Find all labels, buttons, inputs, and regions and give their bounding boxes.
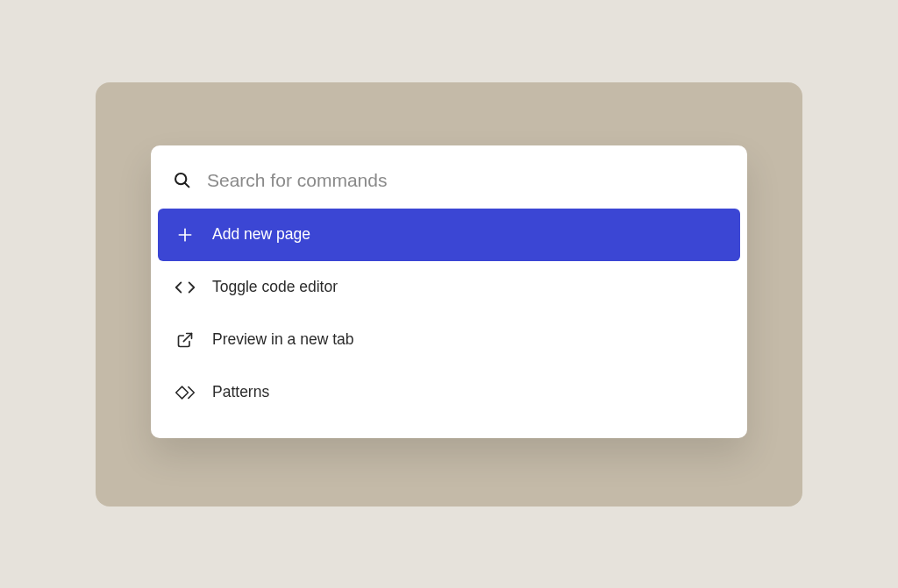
code-icon xyxy=(174,277,196,298)
svg-line-4 xyxy=(183,333,191,341)
command-preview-new-tab[interactable]: Preview in a new tab xyxy=(158,314,740,366)
command-label: Preview in a new tab xyxy=(212,332,353,348)
search-icon xyxy=(172,171,191,190)
command-palette: Add new page Toggle code editor xyxy=(151,145,747,438)
plus-icon xyxy=(174,224,196,245)
search-input[interactable] xyxy=(207,170,726,191)
command-list: Add new page Toggle code editor xyxy=(151,209,747,419)
external-link-icon xyxy=(174,329,196,351)
patterns-icon xyxy=(174,382,196,403)
command-add-new-page[interactable]: Add new page xyxy=(158,209,740,261)
command-toggle-code-editor[interactable]: Toggle code editor xyxy=(158,261,740,314)
command-patterns[interactable]: Patterns xyxy=(158,366,740,419)
backdrop-panel: Add new page Toggle code editor xyxy=(96,82,802,507)
command-label: Toggle code editor xyxy=(212,280,338,295)
svg-line-1 xyxy=(184,183,189,188)
search-row xyxy=(151,156,747,209)
command-label: Add new page xyxy=(212,227,310,243)
command-label: Patterns xyxy=(212,385,269,400)
